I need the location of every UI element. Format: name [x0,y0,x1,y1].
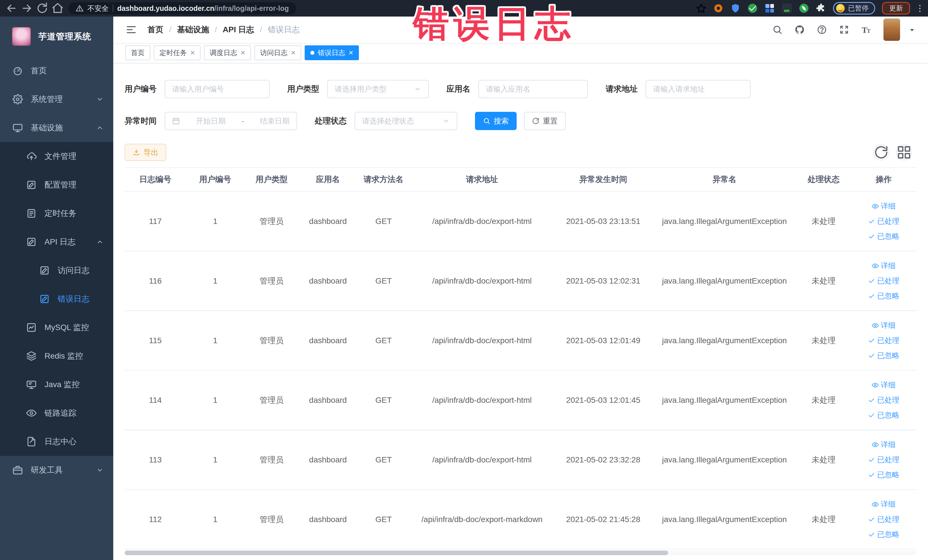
extensions-puzzle-icon[interactable] [816,3,826,14]
extension-shield-icon[interactable] [730,3,740,14]
tab-label: 首页 [131,48,145,57]
row-action-已忽略[interactable]: 已忽略 [868,470,899,480]
table-row[interactable]: 1121管理员dashboardGET/api/infra/db-doc/exp… [125,490,917,549]
github-icon[interactable] [795,24,805,35]
sidebar-item-系统管理[interactable]: 系统管理 [0,85,113,113]
row-action-已忽略[interactable]: 已忽略 [868,351,899,360]
table-row[interactable]: 1161管理员dashboardGET/api/infra/db-doc/exp… [125,251,917,311]
column-settings-button[interactable] [896,144,912,160]
tab-定时任务[interactable]: 定时任务× [154,45,200,60]
search-button[interactable]: 搜索 [475,112,517,130]
tab-调度日志[interactable]: 调度日志× [204,45,251,60]
reset-button[interactable]: 重置 [524,112,566,130]
tab-访问日志[interactable]: 访问日志× [255,45,301,60]
address-bar[interactable]: 不安全 dashboard.yudao.iocoder.cn/infra/log… [69,2,296,14]
user-avatar[interactable] [884,18,900,41]
table-cell: GET [357,191,410,251]
table-cell: 114 [125,370,186,430]
row-action-已处理[interactable]: 已处理 [868,455,899,465]
process-status-select[interactable]: 请选择处理状态 [355,112,457,130]
help-icon[interactable] [817,24,827,35]
table-cell: 112 [125,490,186,549]
row-action-详细[interactable]: 详细 [872,439,896,450]
extension-leaf-icon[interactable] [799,3,809,14]
browser-home-button[interactable] [51,2,64,15]
tab-首页[interactable]: 首页 [125,45,150,60]
sidebar-item-mysql-监控[interactable]: MySQL 监控 [0,313,113,342]
table-cell: 1 [186,430,244,490]
sidebar-logo[interactable]: 芋道管理系统 [0,17,113,56]
annotation-overlay-text: 错误日志 [413,0,575,48]
bookmark-star-icon[interactable] [696,3,706,14]
sidebar-item-文件管理[interactable]: 文件管理 [0,142,113,171]
user-type-select[interactable]: 请选择用户类型 [327,80,429,98]
row-action-已处理[interactable]: 已处理 [868,395,899,405]
sidebar-item-日志中心[interactable]: 日志中心 [0,427,113,456]
sidebar-item-java-监控[interactable]: Java 监控 [0,370,113,399]
avatar-caret-icon[interactable] [908,26,916,34]
extension-on-icon[interactable]: on [781,3,792,14]
sidebar-item-首页[interactable]: 首页 [0,56,113,85]
export-button[interactable]: 导出 [125,144,166,161]
breadcrumb-item[interactable]: API 日志 [223,24,254,35]
row-action-已忽略[interactable]: 已忽略 [868,410,899,420]
breadcrumb-item[interactable]: 基础设施 [177,24,209,35]
table-row[interactable]: 1151管理员dashboardGET/api/infra/db-doc/exp… [125,311,917,370]
refresh-table-button[interactable] [873,144,889,160]
sidebar-item-api-日志[interactable]: API 日志 [0,227,113,256]
eye-icon [26,408,37,418]
paused-badge[interactable]: 已暂停 [833,2,875,15]
row-action-已忽略[interactable]: 已忽略 [868,291,899,301]
row-action-已忽略[interactable]: 已忽略 [868,231,899,241]
font-size-icon[interactable]: TT [861,24,872,35]
row-action-详细[interactable]: 详细 [872,261,896,271]
browser-forward-button[interactable] [21,2,33,15]
exception-time-range-picker[interactable]: 开始日期 - 结束日期 [165,112,297,130]
sidebar-item-基础设施[interactable]: 基础设施 [0,113,113,142]
table-row[interactable]: 1171管理员dashboardGET/api/infra/db-doc/exp… [125,191,917,251]
table-cell: 未处理 [797,370,851,430]
sidebar-item-定时任务[interactable]: 定时任务 [0,199,113,227]
table-row[interactable]: 1131管理员dashboardGET/api/infra/db-doc/exp… [125,430,917,490]
hamburger-icon[interactable] [125,24,137,36]
sidebar-item-redis-监控[interactable]: Redis 监控 [0,342,113,370]
sidebar-item-链路追踪[interactable]: 链路追踪 [0,399,113,427]
app-name-input[interactable]: 请输入应用名 [478,80,588,98]
sidebar-item-配置管理[interactable]: 配置管理 [0,171,113,199]
tab-错误日志[interactable]: 错误日志× [305,45,359,60]
close-tab-icon[interactable]: × [241,49,245,57]
close-tab-icon[interactable]: × [291,49,296,57]
row-action-详细[interactable]: 详细 [872,320,896,330]
row-action-已处理[interactable]: 已处理 [868,336,899,345]
row-action-已处理[interactable]: 已处理 [868,514,899,524]
user-id-input[interactable]: 请输入用户编号 [165,80,270,98]
breadcrumb-item[interactable]: 首页 [148,24,163,35]
search-icon[interactable] [772,24,783,35]
sidebar-item-错误日志[interactable]: 错误日志 [0,285,113,313]
sidebar-item-研发工具[interactable]: 研发工具 [0,456,113,484]
browser-update-button[interactable]: 更新 [882,2,910,15]
row-action-已处理[interactable]: 已处理 [868,216,899,226]
row-action-详细[interactable]: 详细 [872,499,896,509]
row-action-已处理[interactable]: 已处理 [868,276,899,286]
horizontal-scrollbar-thumb[interactable] [125,551,668,555]
browser-reload-button[interactable] [36,2,49,15]
close-tab-icon[interactable]: × [349,49,353,57]
extension-check-icon[interactable] [748,3,758,14]
extension-grid-icon[interactable] [765,3,775,14]
request-url-input[interactable]: 请输入请求地址 [646,80,751,98]
close-tab-icon[interactable]: × [190,49,195,57]
browser-back-button[interactable] [5,2,18,15]
horizontal-scrollbar[interactable] [125,551,917,555]
table-cell: java.lang.IllegalArgumentException [652,370,797,430]
browser-menu-icon[interactable] [917,5,923,12]
table-cell: 1 [186,191,244,251]
table-row[interactable]: 1141管理员dashboardGET/api/infra/db-doc/exp… [125,370,917,430]
fullscreen-icon[interactable] [839,24,849,35]
row-action-详细[interactable]: 详细 [872,201,896,211]
sidebar-item-访问日志[interactable]: 访问日志 [0,256,113,285]
row-action-已忽略[interactable]: 已忽略 [868,529,899,539]
edit-square-icon [26,180,37,190]
row-action-详细[interactable]: 详细 [872,380,896,390]
extension-orange-icon[interactable] [713,3,723,14]
